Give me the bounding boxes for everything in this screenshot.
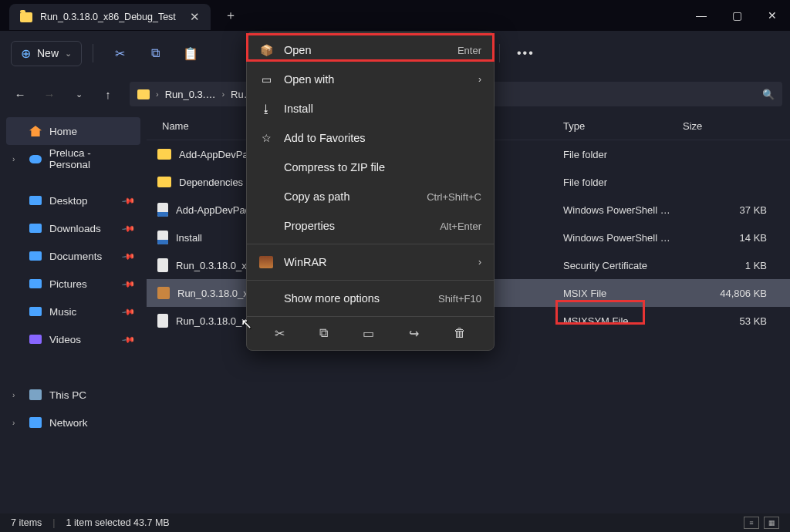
cloud-icon bbox=[29, 155, 42, 163]
separator bbox=[499, 44, 500, 62]
new-label: New bbox=[37, 47, 59, 59]
ctx-properties[interactable]: PropertiesAlt+Enter bbox=[247, 211, 494, 241]
sidebar-item-music[interactable]: Music📌 bbox=[6, 298, 140, 325]
home-icon bbox=[29, 126, 42, 136]
minimize-button[interactable]: — bbox=[684, 0, 719, 31]
copy-button[interactable]: ⧉ bbox=[140, 39, 170, 67]
sidebar: Home ›Preluca - Personal Desktop📌 Downlo… bbox=[0, 113, 147, 513]
pin-icon: 📌 bbox=[121, 305, 136, 319]
context-menu: 📦OpenEnter ▭Open with› ⭳Install ☆Add to … bbox=[246, 32, 495, 351]
videos-icon bbox=[29, 335, 42, 344]
close-tab-icon[interactable]: ✕ bbox=[190, 10, 200, 24]
pin-icon: 📌 bbox=[121, 194, 136, 208]
back-button[interactable]: ← bbox=[8, 82, 32, 106]
pin-icon: 📌 bbox=[121, 221, 136, 236]
chevron-right-icon: › bbox=[156, 89, 159, 99]
file-icon bbox=[157, 314, 168, 328]
view-details-button[interactable]: ▦ bbox=[764, 517, 779, 529]
paste-button[interactable]: 📋 bbox=[175, 39, 206, 67]
window-controls: — ▢ ✕ bbox=[684, 0, 790, 31]
more-button[interactable]: ••• bbox=[517, 46, 535, 60]
install-icon: ⭳ bbox=[259, 103, 273, 115]
chevron-right-icon: › bbox=[478, 257, 481, 268]
pin-icon: 📌 bbox=[121, 332, 136, 347]
documents-icon bbox=[29, 251, 42, 261]
desktop-icon bbox=[29, 196, 42, 205]
star-icon: ☆ bbox=[259, 132, 273, 144]
sidebar-item-thispc[interactable]: ›This PC bbox=[6, 381, 140, 409]
up-button[interactable]: ↑ bbox=[96, 82, 120, 106]
ctx-open[interactable]: 📦OpenEnter bbox=[247, 35, 494, 65]
folder-icon bbox=[157, 177, 171, 187]
ctx-favorites[interactable]: ☆Add to Favorites bbox=[247, 123, 494, 153]
ctx-more-options[interactable]: Show more optionsShift+F10 bbox=[247, 284, 494, 313]
new-button[interactable]: ⊕ New ⌄ bbox=[11, 41, 82, 66]
status-count: 7 items bbox=[11, 517, 42, 528]
ctx-winrar[interactable]: WinRAR› bbox=[247, 247, 494, 277]
folder-icon bbox=[157, 149, 171, 160]
pin-icon: 📌 bbox=[121, 249, 136, 264]
ps1-icon bbox=[157, 231, 168, 244]
winrar-icon bbox=[259, 256, 273, 268]
sidebar-item-pictures[interactable]: Pictures📌 bbox=[6, 270, 140, 298]
openwith-icon: ▭ bbox=[259, 73, 273, 86]
close-window-button[interactable]: ✕ bbox=[755, 0, 790, 31]
cut-button[interactable]: ✂ bbox=[104, 39, 135, 67]
col-size[interactable]: Size bbox=[683, 120, 790, 132]
network-icon bbox=[29, 417, 42, 428]
chevron-down-icon: ⌄ bbox=[65, 49, 72, 59]
chevron-right-icon: › bbox=[12, 391, 22, 399]
recent-chevron[interactable]: ⌄ bbox=[66, 82, 91, 106]
breadcrumb[interactable]: › Run_0.3.… › Ru… bbox=[130, 82, 262, 106]
ctx-install[interactable]: ⭳Install bbox=[247, 94, 494, 123]
sidebar-item-home[interactable]: Home bbox=[6, 117, 140, 145]
cursor-icon: ↖ bbox=[241, 315, 252, 332]
music-icon bbox=[29, 307, 42, 316]
sidebar-item-downloads[interactable]: Downloads📌 bbox=[6, 214, 140, 242]
open-icon: 📦 bbox=[259, 44, 273, 56]
chevron-right-icon: › bbox=[478, 74, 481, 85]
search-icon: 🔍 bbox=[762, 89, 775, 100]
downloads-icon bbox=[29, 224, 42, 233]
sidebar-item-network[interactable]: ›Network bbox=[6, 409, 140, 436]
statusbar: 7 items | 1 item selected 43.7 MB ≡ ▦ bbox=[0, 513, 790, 532]
plus-icon: ⊕ bbox=[21, 46, 31, 61]
tab-title: Run_0.3.18.0_x86_Debug_Test bbox=[40, 12, 176, 22]
new-tab-button[interactable]: ＋ bbox=[225, 8, 237, 24]
pin-icon: 📌 bbox=[121, 277, 136, 291]
chevron-right-icon: › bbox=[12, 155, 22, 163]
msix-icon bbox=[157, 287, 170, 299]
sidebar-item-documents[interactable]: Documents📌 bbox=[6, 242, 140, 270]
cert-icon bbox=[157, 258, 168, 272]
sidebar-item-onedrive[interactable]: ›Preluca - Personal bbox=[6, 145, 140, 173]
ctx-cut-icon[interactable]: ✂ bbox=[275, 326, 285, 341]
separator bbox=[247, 280, 494, 281]
ps1-icon bbox=[157, 203, 168, 217]
ctx-rename-icon[interactable]: ▭ bbox=[363, 326, 374, 341]
maximize-button[interactable]: ▢ bbox=[719, 0, 755, 31]
ctx-share-icon[interactable]: ↪ bbox=[409, 326, 419, 341]
sidebar-item-videos[interactable]: Videos📌 bbox=[6, 325, 140, 353]
ctx-zip[interactable]: Compress to ZIP file bbox=[247, 153, 494, 182]
breadcrumb-part[interactable]: Run_0.3.… bbox=[165, 89, 216, 100]
view-list-button[interactable]: ≡ bbox=[744, 517, 759, 529]
ctx-copy-path[interactable]: Copy as pathCtrl+Shift+C bbox=[247, 182, 494, 211]
folder-icon bbox=[20, 12, 32, 22]
ctx-copy-icon[interactable]: ⧉ bbox=[319, 326, 328, 341]
separator bbox=[247, 316, 494, 317]
col-type[interactable]: Type bbox=[563, 120, 683, 132]
tab-active[interactable]: Run_0.3.18.0_x86_Debug_Test ✕ bbox=[9, 4, 211, 30]
separator bbox=[93, 44, 93, 62]
pictures-icon bbox=[29, 279, 42, 288]
ctx-quick-actions: ✂ ⧉ ▭ ↪ 🗑 bbox=[247, 320, 494, 347]
separator bbox=[247, 244, 494, 244]
ctx-open-with[interactable]: ▭Open with› bbox=[247, 65, 494, 94]
sidebar-item-desktop[interactable]: Desktop📌 bbox=[6, 187, 140, 214]
chevron-right-icon: › bbox=[12, 419, 22, 427]
titlebar: Run_0.3.18.0_x86_Debug_Test ✕ ＋ — ▢ ✕ bbox=[0, 0, 790, 31]
chevron-right-icon: › bbox=[221, 89, 225, 99]
forward-button[interactable]: → bbox=[37, 82, 62, 106]
status-selection: 1 item selected 43.7 MB bbox=[66, 517, 170, 528]
pc-icon bbox=[29, 389, 42, 400]
ctx-delete-icon[interactable]: 🗑 bbox=[454, 326, 466, 341]
